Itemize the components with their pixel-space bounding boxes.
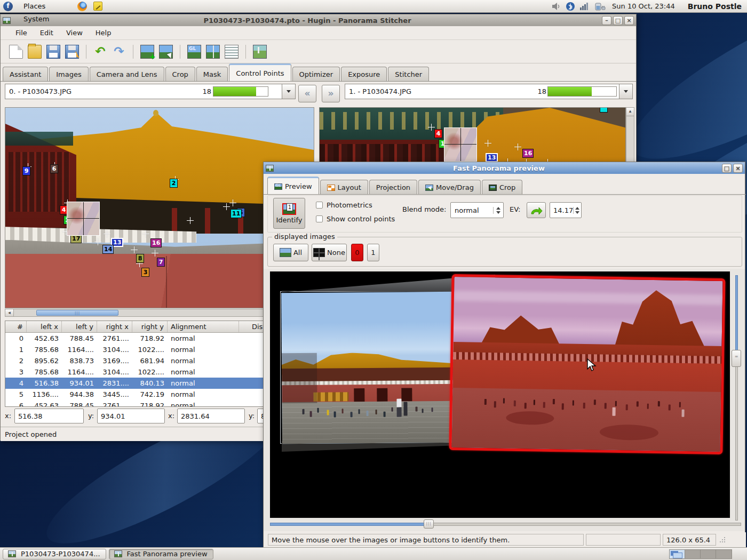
horizontal-pan-slider-handle[interactable]: ||| bbox=[424, 519, 434, 529]
menu-view[interactable]: View bbox=[61, 27, 88, 38]
control-point-marker[interactable]: 14 bbox=[102, 245, 114, 254]
network-signal-icon[interactable] bbox=[580, 2, 590, 10]
col-header-left-y[interactable]: left y bbox=[62, 321, 97, 332]
left-image-dropdown-button[interactable] bbox=[282, 84, 296, 99]
control-point-marker[interactable]: 9 bbox=[22, 166, 30, 175]
right-x-input[interactable]: 2831.64 bbox=[177, 409, 245, 423]
menu-file[interactable]: File bbox=[10, 27, 33, 38]
workspace-4[interactable] bbox=[716, 550, 732, 558]
left-y-input[interactable]: 934.01 bbox=[97, 409, 165, 423]
hscroll-left-arrow[interactable]: ◂ bbox=[5, 309, 14, 316]
tab-images[interactable]: Images bbox=[49, 67, 89, 82]
control-point-marker[interactable]: 16 bbox=[522, 149, 534, 158]
workspace-1[interactable] bbox=[670, 550, 685, 558]
open-project-icon[interactable] bbox=[28, 45, 42, 59]
tab-optimizer[interactable]: Optimizer bbox=[292, 67, 340, 82]
left-x-input[interactable]: 516.38 bbox=[14, 409, 84, 423]
photometrics-checkbox[interactable] bbox=[316, 202, 323, 209]
tab-crop[interactable]: Crop bbox=[165, 67, 195, 82]
firefox-launcher-icon[interactable] bbox=[77, 2, 87, 11]
preview-titlebar[interactable]: Fast Panorama preview □ × bbox=[264, 162, 745, 174]
text-editor-launcher-icon[interactable] bbox=[93, 2, 102, 11]
close-button[interactable]: × bbox=[624, 16, 634, 25]
redo-icon[interactable]: ↷ bbox=[112, 45, 126, 59]
show-control-points-checkbox[interactable] bbox=[316, 215, 323, 222]
power-battery-icon[interactable] bbox=[595, 2, 607, 11]
col-header--[interactable]: # bbox=[5, 321, 27, 332]
vscroll-up-arrow[interactable]: ▴ bbox=[626, 108, 634, 116]
control-point-marker[interactable]: 6 bbox=[50, 164, 58, 173]
tab-preview[interactable]: Preview bbox=[267, 177, 319, 195]
control-point-marker[interactable]: 3 bbox=[141, 268, 149, 277]
col-header-right-y[interactable]: right y bbox=[132, 321, 168, 332]
tab-assistant[interactable]: Assistant bbox=[3, 67, 48, 82]
save-project-icon[interactable] bbox=[46, 45, 60, 59]
tab-layout[interactable]: Layout bbox=[320, 180, 368, 195]
minimize-button[interactable]: – bbox=[602, 16, 611, 25]
taskbar-button-fast-panorama-preview[interactable]: Fast Panorama preview bbox=[109, 549, 213, 559]
preview-maximize-button[interactable]: □ bbox=[722, 164, 732, 173]
control-point-marker[interactable]: 13 bbox=[486, 153, 498, 162]
preview-icon[interactable] bbox=[206, 45, 220, 59]
tab-crop[interactable]: Crop bbox=[482, 180, 522, 195]
horizontal-pan-slider-track[interactable] bbox=[427, 523, 741, 526]
col-header-left-x[interactable]: left x bbox=[27, 321, 62, 332]
hscroll-thumb[interactable]: ||| bbox=[36, 310, 118, 316]
bluetooth-icon[interactable] bbox=[566, 2, 575, 11]
workspace-switcher[interactable] bbox=[669, 549, 732, 559]
fedora-menu-icon[interactable]: f bbox=[3, 2, 13, 11]
menu-edit[interactable]: Edit bbox=[35, 27, 59, 38]
taskbar-button-p1030473-p1030474-[interactable]: P1030473-P1030474... bbox=[3, 549, 106, 559]
tab-move-drag[interactable]: Move/Drag bbox=[418, 180, 481, 195]
col-header-alignment[interactable]: Alignment bbox=[168, 321, 239, 332]
new-project-icon[interactable] bbox=[9, 45, 23, 59]
col-header-right-x[interactable]: right x bbox=[97, 321, 132, 332]
show-no-images-button[interactable]: None bbox=[312, 244, 347, 261]
tab-control-points[interactable]: Control Points bbox=[229, 63, 291, 82]
tab-exposure[interactable]: Exposure bbox=[341, 67, 387, 82]
workspace-2[interactable] bbox=[685, 550, 701, 558]
menu-help[interactable]: Help bbox=[90, 27, 117, 38]
ev-reset-button[interactable] bbox=[527, 202, 546, 218]
control-point-marker[interactable]: 11 bbox=[231, 209, 242, 218]
control-point-marker[interactable]: 4 bbox=[434, 129, 442, 138]
control-point-marker[interactable]: 2 bbox=[170, 179, 178, 188]
control-point-marker[interactable]: 7 bbox=[157, 258, 165, 267]
blend-mode-select[interactable]: normal bbox=[450, 202, 504, 218]
panorama-preview-icon[interactable] bbox=[253, 45, 267, 59]
add-time-series-icon[interactable] bbox=[159, 45, 173, 59]
control-point-marker[interactable] bbox=[600, 107, 608, 113]
next-image-pair-button[interactable]: » bbox=[322, 85, 340, 102]
prev-image-pair-button[interactable]: « bbox=[298, 85, 316, 102]
identify-button[interactable]: Identify bbox=[273, 198, 305, 229]
main-titlebar[interactable]: P1030473-P1030474.pto - Hugin - Panorama… bbox=[1, 14, 636, 26]
panel-menu-places[interactable]: Places bbox=[17, 0, 72, 13]
volume-icon[interactable] bbox=[552, 2, 561, 11]
panel-user-name[interactable]: Bruno Postle bbox=[680, 2, 742, 11]
image-0-toggle-button[interactable]: 0 bbox=[351, 244, 363, 261]
tab-projection[interactable]: Projection bbox=[369, 180, 417, 195]
panorama-preview-canvas[interactable] bbox=[270, 271, 730, 518]
workspace-3[interactable] bbox=[701, 550, 716, 558]
tab-mask[interactable]: Mask bbox=[196, 67, 228, 82]
gl-preview-icon[interactable]: GL bbox=[187, 45, 201, 59]
left-image-selector[interactable]: 0. - P1030473.JPG 18 bbox=[5, 84, 296, 99]
image-1-toggle-button[interactable]: 1 bbox=[367, 244, 379, 261]
control-point-table-icon[interactable] bbox=[225, 45, 239, 59]
preview-close-button[interactable]: × bbox=[733, 164, 743, 173]
maximize-button[interactable]: □ bbox=[613, 16, 623, 25]
right-image-dropdown-button[interactable] bbox=[619, 84, 633, 99]
resize-grip[interactable] bbox=[719, 537, 726, 543]
undo-icon[interactable]: ↶ bbox=[93, 45, 107, 59]
save-project-as-icon[interactable] bbox=[65, 45, 79, 59]
panel-clock[interactable]: Sun 10 Oct, 23:44 bbox=[612, 2, 675, 10]
vertical-pan-slider-handle[interactable]: ≡ bbox=[732, 350, 741, 367]
show-all-images-button[interactable]: All bbox=[273, 244, 308, 261]
panel-menu-system[interactable]: System bbox=[17, 13, 72, 26]
tab-stitcher[interactable]: Stitcher bbox=[388, 67, 429, 82]
right-image-selector[interactable]: 1. - P1030474.JPG 18 bbox=[345, 84, 633, 99]
ev-spinner[interactable]: 14.17 bbox=[550, 202, 582, 218]
control-point-marker[interactable]: 16 bbox=[150, 238, 162, 247]
control-point-marker[interactable]: 8 bbox=[136, 254, 144, 263]
tab-camera-and-lens[interactable]: Camera and Lens bbox=[90, 67, 164, 82]
